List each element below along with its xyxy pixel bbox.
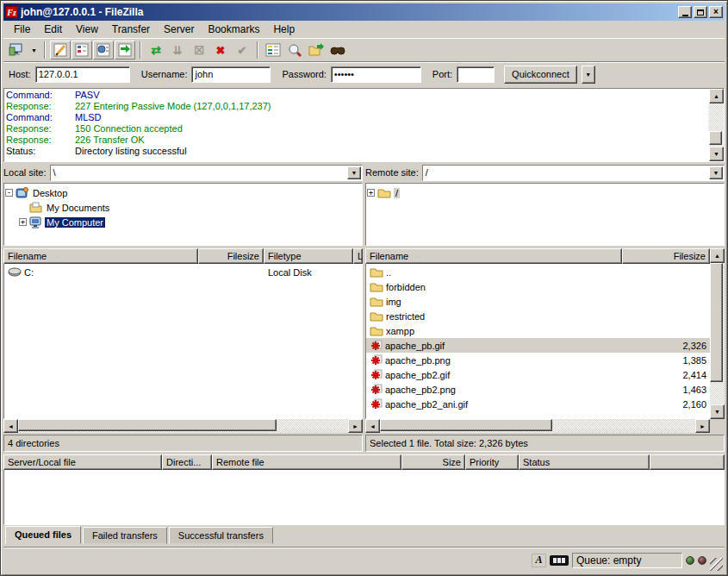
menu-edit[interactable]: Edit bbox=[37, 22, 69, 37]
scroll-left-icon[interactable]: ◄ bbox=[3, 419, 18, 433]
chevron-down-icon[interactable]: ▼ bbox=[347, 166, 361, 179]
remote-file-row[interactable]: .. bbox=[366, 265, 710, 279]
scroll-thumb[interactable] bbox=[380, 419, 552, 431]
scroll-down-icon[interactable]: ▼ bbox=[710, 404, 725, 419]
reconnect-button[interactable]: ✔ bbox=[232, 41, 252, 59]
column-header-filesize[interactable]: Filesize bbox=[622, 248, 710, 264]
tree-item-root[interactable]: + / bbox=[367, 185, 723, 200]
remote-file-row[interactable]: img bbox=[366, 294, 710, 309]
process-queue-button[interactable]: ⇊ bbox=[167, 41, 188, 59]
transfer-queue: Server/Local file Directi... Remote file… bbox=[3, 454, 725, 544]
column-header-filename[interactable]: Filename bbox=[365, 248, 622, 264]
tree-item-my-computer[interactable]: + My Computer bbox=[19, 215, 361, 229]
speed-limits-icon[interactable] bbox=[550, 555, 569, 566]
log-scrollbar[interactable]: ▲ ▼ bbox=[709, 89, 724, 161]
collapse-icon[interactable]: - bbox=[5, 189, 13, 197]
close-button[interactable]: × bbox=[709, 6, 723, 18]
quickconnect-button[interactable]: Quickconnect bbox=[504, 66, 577, 84]
scroll-right-icon[interactable]: ► bbox=[348, 419, 363, 433]
menu-transfer[interactable]: Transfer bbox=[105, 22, 157, 37]
app-icon[interactable]: Fz bbox=[5, 6, 18, 18]
remote-horizontal-scrollbar[interactable]: ◄ ► bbox=[365, 419, 710, 433]
local-tree: - Desktop My Documents + My Computer bbox=[3, 183, 363, 246]
titlebar[interactable]: Fz john@127.0.0.1 - FileZilla × bbox=[3, 3, 725, 21]
local-file-row[interactable]: C: Local Disk bbox=[4, 265, 362, 279]
filter-button[interactable] bbox=[263, 41, 283, 59]
remote-file-row[interactable]: restricted bbox=[366, 309, 710, 323]
quickconnect-dropdown-button[interactable]: ▼ bbox=[582, 66, 595, 84]
host-input[interactable] bbox=[35, 66, 130, 83]
scroll-right-icon[interactable]: ► bbox=[695, 419, 710, 433]
synchronized-browsing-button[interactable] bbox=[327, 41, 348, 59]
menu-view[interactable]: View bbox=[69, 22, 105, 37]
column-header-last-modified[interactable]: L bbox=[353, 248, 363, 264]
tab-successful-transfers[interactable]: Successful transfers bbox=[169, 527, 273, 544]
image-file-icon bbox=[370, 340, 383, 352]
column-header-priority[interactable]: Priority bbox=[465, 454, 519, 470]
remote-file-row[interactable]: apache_pb2.png1,463 bbox=[366, 382, 710, 397]
cancel-operation-button[interactable]: ☒ bbox=[189, 41, 209, 59]
toggle-transfer-queue-button[interactable] bbox=[115, 41, 135, 59]
column-header-server-local-file[interactable]: Server/Local file bbox=[3, 454, 162, 470]
remote-file-row[interactable]: apache_pb2.gif2,414 bbox=[366, 367, 710, 382]
remote-file-row[interactable]: apache_pb2_ani.gif2,160 bbox=[366, 397, 710, 411]
tab-queued-files[interactable]: Queued files bbox=[5, 526, 81, 544]
scroll-left-icon[interactable]: ◄ bbox=[365, 419, 380, 433]
chevron-down-icon[interactable]: ▼ bbox=[709, 166, 723, 179]
remote-file-row[interactable]: forbidden bbox=[366, 279, 710, 294]
disconnect-button[interactable]: ✖ bbox=[210, 41, 231, 59]
remote-file-row[interactable]: xampp bbox=[366, 323, 710, 338]
toggle-message-log-button[interactable] bbox=[50, 41, 71, 59]
toolbar-separator bbox=[44, 41, 46, 59]
scroll-up-icon[interactable]: ▲ bbox=[710, 248, 725, 263]
maximize-button[interactable] bbox=[694, 6, 707, 18]
column-header-status[interactable]: Status bbox=[519, 454, 650, 470]
refresh-button[interactable]: ⇄ bbox=[146, 41, 166, 59]
ascii-transfer-type-icon[interactable]: A bbox=[532, 554, 546, 567]
message-log-icon bbox=[53, 42, 68, 58]
column-header-remote-file[interactable]: Remote file bbox=[212, 454, 401, 470]
password-input[interactable] bbox=[331, 66, 421, 83]
tree-item-desktop[interactable]: - Desktop bbox=[5, 185, 361, 200]
compare-directories-button[interactable] bbox=[306, 41, 327, 59]
port-input[interactable] bbox=[457, 66, 495, 83]
column-header-filetype[interactable]: Filetype bbox=[264, 248, 353, 264]
scroll-down-icon[interactable]: ▼ bbox=[709, 147, 724, 161]
remote-file-row[interactable]: apache_pb.png1,385 bbox=[366, 353, 710, 367]
minimize-icon bbox=[682, 15, 688, 16]
username-input[interactable] bbox=[191, 66, 271, 83]
local-site-combobox[interactable]: \ ▼ bbox=[50, 165, 363, 181]
remote-file-row[interactable]: apache_pb.gif2,326 bbox=[366, 338, 710, 353]
scroll-thumb[interactable] bbox=[18, 419, 277, 431]
toolbar-separator bbox=[140, 41, 141, 59]
local-horizontal-scrollbar[interactable]: ◄ ► bbox=[3, 419, 363, 433]
tab-failed-transfers[interactable]: Failed transfers bbox=[83, 527, 167, 544]
queue-body[interactable] bbox=[3, 470, 725, 525]
site-manager-dropdown-button[interactable]: ▼ bbox=[28, 41, 40, 59]
menu-file[interactable]: File bbox=[7, 22, 37, 37]
remote-vertical-scrollbar[interactable]: ▲ ▼ bbox=[710, 248, 725, 419]
menu-help[interactable]: Help bbox=[266, 22, 302, 37]
column-header-filesize[interactable]: Filesize bbox=[198, 248, 264, 264]
menu-server[interactable]: Server bbox=[157, 22, 201, 37]
window-title: john@127.0.0.1 - FileZilla bbox=[21, 6, 675, 18]
minimize-button[interactable] bbox=[678, 6, 692, 18]
file-search-button[interactable] bbox=[284, 41, 305, 59]
expand-icon[interactable]: + bbox=[19, 218, 27, 226]
site-manager-button[interactable] bbox=[7, 41, 28, 59]
tree-item-my-documents[interactable]: My Documents bbox=[19, 200, 361, 215]
menu-bookmarks[interactable]: Bookmarks bbox=[201, 22, 266, 37]
expand-icon[interactable]: + bbox=[367, 189, 375, 197]
toggle-local-tree-button[interactable] bbox=[72, 41, 92, 59]
column-header-filename[interactable]: Filename bbox=[3, 248, 198, 264]
scroll-thumb[interactable] bbox=[710, 263, 723, 382]
resize-grip[interactable] bbox=[710, 558, 723, 571]
column-header-direction[interactable]: Directi... bbox=[162, 454, 212, 470]
log-line-label: Command: bbox=[6, 112, 75, 123]
scroll-thumb[interactable] bbox=[709, 131, 722, 145]
remote-site-combobox[interactable]: / ▼ bbox=[422, 165, 725, 181]
scroll-up-icon[interactable]: ▲ bbox=[709, 89, 724, 103]
username-label: Username: bbox=[141, 69, 188, 79]
toggle-remote-tree-button[interactable] bbox=[93, 41, 114, 59]
column-header-size[interactable]: Size bbox=[401, 454, 465, 470]
